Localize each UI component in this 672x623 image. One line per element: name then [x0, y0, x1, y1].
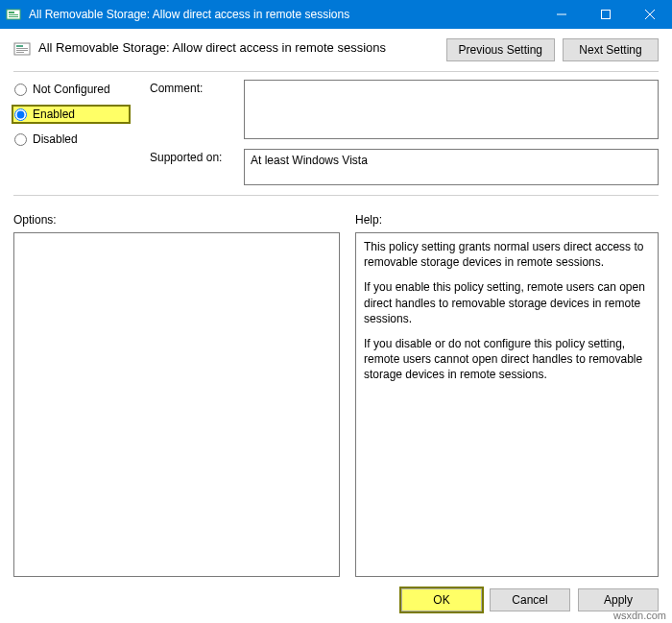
- radio-disabled[interactable]: Disabled: [13, 132, 129, 147]
- options-label: Options:: [13, 213, 340, 227]
- close-button[interactable]: [628, 0, 672, 29]
- radio-not-configured-label: Not Configured: [33, 83, 110, 96]
- state-radio-group: Not Configured Enabled Disabled: [13, 80, 129, 185]
- supported-on-box: At least Windows Vista: [244, 149, 659, 185]
- ok-button[interactable]: OK: [401, 588, 482, 611]
- radio-disabled-label: Disabled: [33, 132, 78, 146]
- svg-rect-9: [16, 45, 23, 47]
- help-paragraph-1: This policy setting grants normal users …: [364, 239, 650, 270]
- radio-disabled-input[interactable]: [14, 133, 27, 146]
- help-paragraph-3: If you disable or do not configure this …: [364, 336, 650, 383]
- svg-rect-5: [602, 11, 611, 19]
- help-box[interactable]: This policy setting grants normal users …: [355, 232, 659, 577]
- maximize-button[interactable]: [584, 0, 628, 29]
- app-icon: [0, 7, 27, 22]
- svg-rect-2: [9, 14, 18, 15]
- policy-icon: [13, 40, 31, 58]
- titlebar: All Removable Storage: Allow direct acce…: [0, 0, 672, 29]
- svg-rect-10: [16, 48, 28, 49]
- comment-textarea[interactable]: [244, 80, 659, 139]
- comment-label: Comment:: [150, 80, 236, 95]
- svg-rect-11: [16, 50, 28, 51]
- policy-title: All Removable Storage: Allow direct acce…: [38, 38, 439, 55]
- cancel-button[interactable]: Cancel: [490, 588, 570, 611]
- radio-enabled-label: Enabled: [33, 108, 75, 121]
- divider: [13, 71, 659, 72]
- help-paragraph-2: If you enable this policy setting, remot…: [364, 279, 650, 326]
- previous-setting-button[interactable]: Previous Setting: [446, 38, 555, 61]
- options-box[interactable]: [13, 232, 340, 577]
- next-setting-button[interactable]: Next Setting: [563, 38, 659, 61]
- svg-rect-1: [9, 12, 14, 13]
- radio-enabled[interactable]: Enabled: [13, 107, 129, 122]
- divider-2: [13, 195, 659, 196]
- apply-button[interactable]: Apply: [578, 588, 659, 611]
- radio-enabled-input[interactable]: [14, 108, 27, 121]
- help-label: Help:: [355, 213, 659, 227]
- supported-on-text: At least Windows Vista: [251, 154, 368, 167]
- svg-rect-3: [9, 16, 18, 17]
- radio-not-configured-input[interactable]: [14, 84, 27, 96]
- window-title: All Removable Storage: Allow direct acce…: [27, 8, 540, 21]
- supported-label: Supported on:: [150, 149, 236, 164]
- svg-rect-12: [16, 52, 24, 53]
- radio-not-configured[interactable]: Not Configured: [13, 82, 129, 97]
- minimize-button[interactable]: [540, 0, 584, 29]
